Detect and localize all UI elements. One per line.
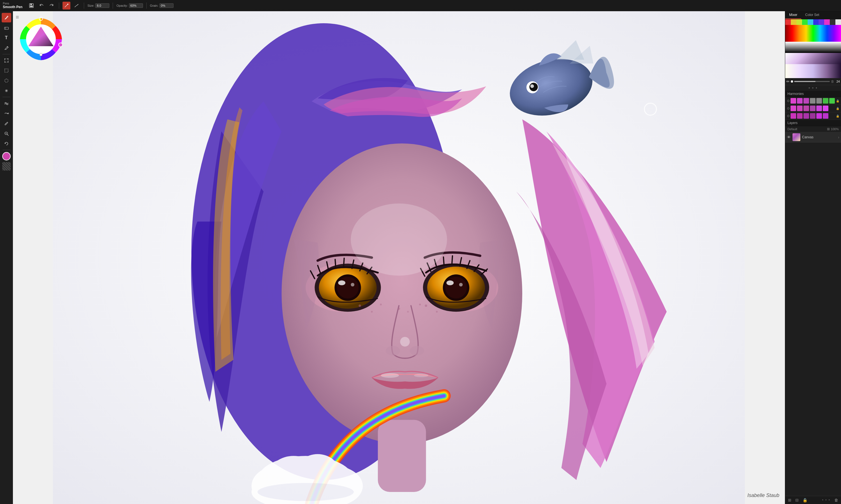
swatch-dark[interactable] [830, 19, 836, 25]
harmony-2-swatch-4[interactable] [810, 106, 816, 111]
layers-header: Layers [785, 120, 841, 126]
harmony-2-swatch-6[interactable] [823, 106, 828, 111]
add-group-button[interactable]: ⊞ [787, 497, 792, 503]
brush-size-value: 24 [837, 80, 840, 83]
harmony-3-swatch-5[interactable] [816, 113, 822, 119]
tab-mixer[interactable]: Mixer [785, 11, 801, 19]
svg-point-35 [337, 277, 359, 299]
svg-point-42 [447, 281, 454, 285]
undo-button[interactable] [38, 2, 46, 10]
swatch-magenta[interactable] [824, 19, 830, 25]
layer-options-icon[interactable]: › [838, 135, 839, 140]
harmony-lock-1[interactable]: 🔒 [836, 100, 839, 103]
harmony-1-swatch-4[interactable] [810, 98, 816, 104]
svg-rect-9 [7, 61, 8, 62]
pen-tool[interactable] [2, 13, 11, 22]
harmony-3-swatch-4[interactable] [810, 113, 816, 119]
svg-line-18 [7, 134, 8, 136]
texture-tool-swatch[interactable] [2, 162, 11, 170]
harmony-lock-3[interactable]: 🔒 [836, 114, 839, 118]
canvas-area[interactable]: ≡ [13, 11, 785, 504]
size-param: Size: 8.0 [87, 3, 109, 8]
harmony-2-swatch-1[interactable] [791, 106, 796, 111]
harmony-3-swatch-6[interactable] [823, 113, 828, 119]
lasso-tool[interactable] [2, 76, 11, 85]
zoom-tool[interactable] [2, 129, 11, 138]
svg-point-56 [407, 311, 409, 312]
layers-bottom-toolbar: ⊞ ⊟ 🔒 • • • 🗑 [785, 496, 841, 504]
svg-point-3 [67, 4, 68, 5]
harmony-1-swatch-7[interactable] [829, 98, 835, 104]
mixer-blend-gradient[interactable] [785, 53, 841, 64]
harmony-1-swatch-3[interactable] [803, 98, 809, 104]
harmony-3-swatch-2[interactable] [797, 113, 803, 119]
harmony-1-swatch-5[interactable] [816, 98, 822, 104]
svg-point-47 [381, 373, 399, 378]
redo-button[interactable] [48, 2, 55, 10]
smudge-tool[interactable] [2, 109, 11, 118]
current-tool-name: Smooth Pen [3, 5, 22, 9]
layer-canvas[interactable]: 👁 Canvas › [785, 132, 841, 143]
text-tool[interactable]: T [2, 33, 11, 42]
artwork-canvas[interactable] [13, 11, 785, 504]
svg-rect-6 [4, 58, 5, 59]
swatch-light[interactable] [836, 19, 841, 25]
opacity-value[interactable]: 60% [129, 3, 143, 8]
harmony-1-swatch-6[interactable] [823, 98, 828, 104]
layer-eye-icon[interactable]: 👁 [787, 135, 791, 140]
swatch-cyan[interactable] [808, 19, 813, 25]
harmony-3-swatch-1[interactable] [791, 113, 796, 119]
harmony-2-swatch-3[interactable] [803, 106, 809, 111]
svg-point-68 [258, 483, 354, 501]
svg-point-67 [296, 454, 339, 488]
tab-color-set[interactable]: Color Set [801, 11, 823, 19]
save-button[interactable] [28, 2, 35, 10]
opacity-param: Opacity: 60% [116, 3, 143, 8]
toolbar-separator-4 [146, 2, 147, 9]
paint-tool[interactable] [2, 43, 11, 53]
swatch-violet[interactable] [819, 19, 824, 25]
swatch-yellow[interactable] [791, 19, 796, 25]
mixer-color-gradient[interactable] [785, 25, 841, 42]
new-layer-icon[interactable]: ⊞ [827, 127, 830, 131]
mixer-lightness-gradient[interactable] [785, 42, 841, 53]
eyedropper-tool[interactable] [2, 119, 11, 128]
harmony-lock-2[interactable]: 🔒 [836, 107, 839, 110]
swatch-blue[interactable] [813, 19, 819, 25]
lock-layer-button[interactable]: 🔒 [802, 497, 808, 503]
left-sep-3 [2, 150, 11, 150]
layers-default-row: Default ⊞ 100% [785, 126, 841, 132]
swatch-lime[interactable] [796, 19, 802, 25]
svg-point-36 [338, 281, 345, 285]
smooth-button[interactable] [73, 2, 81, 10]
harmony-1-swatch-1[interactable] [791, 98, 796, 104]
svg-point-48 [414, 374, 429, 377]
rotate-tool[interactable] [2, 139, 11, 148]
swatch-red[interactable] [785, 19, 791, 25]
svg-point-41 [445, 277, 467, 299]
grain-param: Grain: 0% [150, 3, 173, 8]
transform-tool[interactable] [2, 56, 11, 65]
pen-mode-button[interactable] [63, 2, 70, 10]
brush-trash-icon[interactable]: 🗑 [831, 79, 834, 84]
brush-color-dot [791, 80, 793, 83]
grain-value[interactable]: 0% [159, 3, 173, 8]
color-wheel[interactable] [16, 14, 66, 65]
svg-point-51 [380, 304, 381, 305]
delete-layer-button[interactable]: 🗑 [833, 497, 839, 503]
harmony-2-swatch-2[interactable] [797, 106, 803, 111]
harmony-1-swatch-2[interactable] [797, 98, 803, 104]
liquify-tool[interactable] [2, 98, 11, 108]
select-tool[interactable] [2, 66, 11, 75]
active-color-swatch[interactable] [2, 152, 11, 160]
warp-tool[interactable] [2, 86, 11, 95]
add-layer-button[interactable]: ⊟ [794, 497, 800, 503]
app-name: Pens [3, 2, 22, 5]
brush-size-slider[interactable] [794, 81, 830, 82]
harmony-3-swatch-3[interactable] [803, 113, 809, 119]
harmony-2-swatch-5[interactable] [816, 106, 822, 111]
mixer-tint-gradient[interactable] [785, 64, 841, 78]
eraser-tool[interactable] [2, 23, 11, 33]
swatch-green[interactable] [802, 19, 808, 25]
size-value[interactable]: 8.0 [95, 3, 109, 8]
